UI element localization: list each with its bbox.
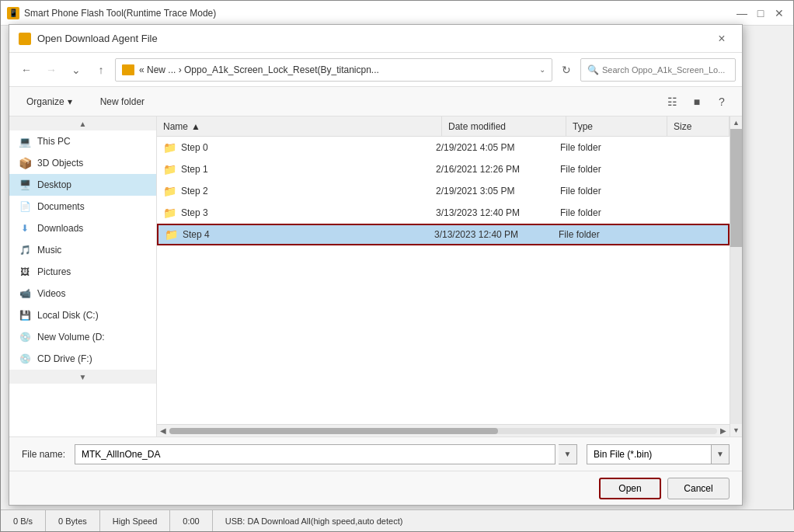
address-dropdown-arrow[interactable]: ⌄ xyxy=(539,65,545,74)
scroll-down-button[interactable]: ▼ xyxy=(730,424,742,436)
maximize-button[interactable]: □ xyxy=(753,5,768,21)
file-list-header: Name ▲ Date modified Type Size xyxy=(157,116,730,137)
sidebar-item-pictures[interactable]: 🖼 Pictures xyxy=(9,261,156,283)
sidebar-label-documents: Documents xyxy=(37,201,85,212)
scroll-left-button[interactable]: ◀ xyxy=(157,425,169,436)
file-list: 📁Step 0 2/19/2021 4:05 PM File folder 📁S… xyxy=(157,137,730,424)
forward-button[interactable]: → xyxy=(40,59,62,81)
sidebar-label-cd-drive-f: CD Drive (F:) xyxy=(37,353,92,364)
v-scroll-thumb[interactable] xyxy=(730,129,742,247)
app-close-button[interactable]: ✕ xyxy=(771,5,787,21)
sidebar-label-local-disk-c: Local Disk (C:) xyxy=(37,310,99,321)
nav-bar: ← → ⌄ ↑ « New ... › Oppo_A1k_Screen_Lock… xyxy=(9,53,742,87)
organize-label: Organize xyxy=(26,96,64,107)
search-bar[interactable]: 🔍 xyxy=(580,58,736,82)
back-button[interactable]: ← xyxy=(16,59,37,81)
col-header-date[interactable]: Date modified xyxy=(442,116,566,136)
file-name: Step 0 xyxy=(181,142,208,153)
file-name-input[interactable] xyxy=(75,444,555,464)
scroll-thumb[interactable] xyxy=(169,428,498,434)
col-size-label: Size xyxy=(674,121,691,132)
file-name: Step 3 xyxy=(181,207,208,218)
file-list-area: Name ▲ Date modified Type Size xyxy=(157,116,730,436)
search-input[interactable] xyxy=(602,65,729,75)
file-name-label: File name: xyxy=(22,449,65,460)
col-type-label: Type xyxy=(573,121,593,132)
view-toggle-button[interactable]: ■ xyxy=(686,92,708,112)
sidebar-item-desktop[interactable]: 🖥️ Desktop xyxy=(9,174,156,196)
sidebar-item-music[interactable]: 🎵 Music xyxy=(9,239,156,261)
cd-drive-f-icon: 💿 xyxy=(19,353,31,365)
sidebar-item-downloads[interactable]: ⬇ Downloads xyxy=(9,217,156,239)
dialog-titlebar: Open Download Agent File × xyxy=(9,25,742,53)
scroll-right-button[interactable]: ▶ xyxy=(717,425,730,436)
sidebar-item-documents[interactable]: 📄 Documents xyxy=(9,196,156,217)
file-type: File folder xyxy=(560,207,661,218)
file-type-dropdown-button[interactable]: ▼ xyxy=(711,444,730,464)
cancel-button[interactable]: Cancel xyxy=(667,478,730,499)
file-name-bar: File name: ▼ Bin File (*.bin) ▼ xyxy=(9,436,742,471)
file-name-dropdown-button[interactable]: ▼ xyxy=(559,444,577,464)
file-type: File folder xyxy=(560,164,661,175)
file-row-step3[interactable]: 📁Step 3 3/13/2023 12:40 PM File folder xyxy=(157,202,730,224)
refresh-button[interactable]: ↻ xyxy=(555,59,577,81)
v-scroll-track[interactable] xyxy=(730,129,742,424)
sidebar-scroll-down[interactable]: ▼ xyxy=(9,370,156,384)
help-button[interactable]: ? xyxy=(711,92,733,112)
window-controls: — □ ✕ xyxy=(734,5,787,21)
sidebar-item-new-volume-d[interactable]: 💿 New Volume (D: xyxy=(9,326,156,348)
main-content: ▲ 💻 This PC 📦 3D Objects 🖥️ Desktop 📄 Do… xyxy=(9,116,742,436)
dialog-close-button[interactable]: × xyxy=(711,28,733,50)
sidebar-label-desktop: Desktop xyxy=(37,179,71,190)
action-buttons: Open Cancel xyxy=(9,471,742,505)
col-header-name[interactable]: Name ▲ xyxy=(157,116,442,136)
open-button[interactable]: Open xyxy=(599,478,661,499)
file-row-step4[interactable]: 📁Step 4 3/13/2023 12:40 PM File folder xyxy=(157,224,730,245)
view-options-button[interactable]: ☷ xyxy=(661,92,683,112)
scroll-track[interactable] xyxy=(169,428,717,434)
help-label: ? xyxy=(719,96,725,108)
minimize-button[interactable]: — xyxy=(734,5,750,21)
sidebar-label-new-volume-d: New Volume (D: xyxy=(37,332,105,342)
status-connection: High Speed xyxy=(100,510,171,531)
col-header-size[interactable]: Size xyxy=(667,116,730,136)
file-row-step2[interactable]: 📁Step 2 2/19/2021 3:05 PM File folder xyxy=(157,180,730,202)
organize-button[interactable]: Organize ▾ xyxy=(19,92,80,112)
col-header-type[interactable]: Type xyxy=(566,116,667,136)
sidebar-label-music: Music xyxy=(37,245,61,256)
dialog-title: Open Download Agent File xyxy=(37,33,711,44)
scroll-up-button[interactable]: ▲ xyxy=(730,116,742,129)
3d-objects-icon: 📦 xyxy=(19,157,31,169)
sidebar-item-local-disk-c[interactable]: 💾 Local Disk (C:) xyxy=(9,304,156,326)
sidebar-item-videos[interactable]: 📹 Videos xyxy=(9,283,156,304)
file-date: 3/13/2023 12:40 PM xyxy=(436,207,560,218)
sidebar-item-cd-drive-f[interactable]: 💿 CD Drive (F:) xyxy=(9,348,156,370)
new-folder-button[interactable]: New folder xyxy=(92,92,152,112)
sidebar-scroll-up[interactable]: ▲ xyxy=(9,116,156,130)
sidebar-item-this-pc[interactable]: 💻 This PC xyxy=(9,130,156,152)
desktop-icon: 🖥️ xyxy=(19,179,31,191)
sidebar-label-this-pc: This PC xyxy=(37,136,71,147)
up-button[interactable]: ↑ xyxy=(90,59,112,81)
file-dialog: Open Download Agent File × ← → ⌄ ↑ « New… xyxy=(9,24,743,506)
folder-icon: 📁 xyxy=(165,228,178,241)
sidebar-item-3d-objects[interactable]: 📦 3D Objects xyxy=(9,152,156,174)
this-pc-icon: 💻 xyxy=(19,135,31,148)
organize-arrow: ▾ xyxy=(68,96,72,107)
file-name: Step 4 xyxy=(183,229,210,240)
videos-icon: 📹 xyxy=(19,287,31,300)
file-type: File folder xyxy=(559,229,660,240)
app-icon: 📱 xyxy=(7,7,19,19)
vertical-scrollbar: ▲ ▼ xyxy=(730,116,742,436)
file-row-step0[interactable]: 📁Step 0 2/19/2021 4:05 PM File folder xyxy=(157,137,730,158)
documents-icon: 📄 xyxy=(19,200,31,213)
new-folder-label: New folder xyxy=(100,96,145,107)
sidebar-label-downloads: Downloads xyxy=(37,223,83,234)
file-type-select[interactable]: Bin File (*.bin) xyxy=(587,444,711,464)
recent-button[interactable]: ⌄ xyxy=(65,59,87,81)
file-date: 3/13/2023 12:40 PM xyxy=(434,229,559,240)
sidebar-label-videos: Videos xyxy=(37,288,65,299)
file-row-step1[interactable]: 📁Step 1 2/16/2021 12:26 PM File folder xyxy=(157,158,730,180)
toolbar-right: ☷ ■ ? xyxy=(661,92,733,112)
address-bar[interactable]: « New ... › Oppo_A1k_Screen_Lock_Reset(B… xyxy=(115,58,552,82)
